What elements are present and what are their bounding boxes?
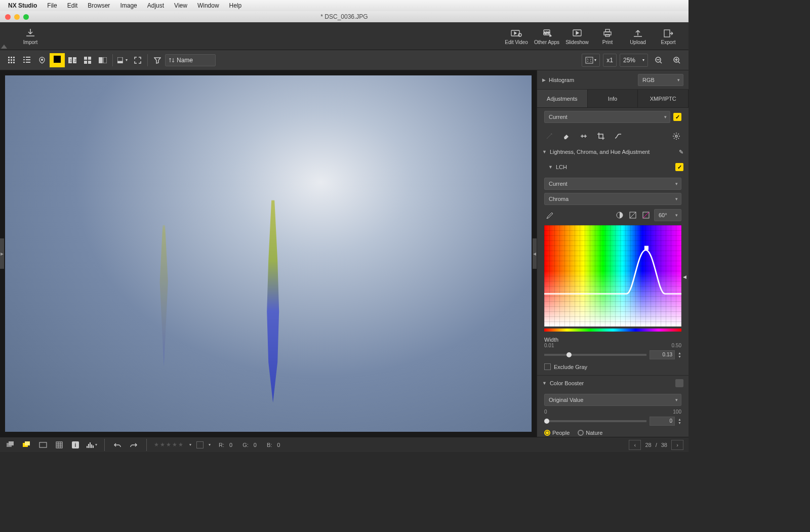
color-curve-editor[interactable]: ◀ xyxy=(544,225,681,332)
zoom-in-button[interactable] xyxy=(669,53,684,67)
color-booster-header[interactable]: ▼ Color Booster ✓ xyxy=(537,376,688,391)
r-label: R: xyxy=(219,442,224,448)
color-booster-preset-select[interactable]: Original Value xyxy=(544,394,681,406)
svg-rect-14 xyxy=(13,59,15,61)
fullscreen-button[interactable] xyxy=(130,53,145,67)
straighten-icon[interactable] xyxy=(579,131,589,141)
right-panel: ▶ Histogram RGB Adjustments Info XMP/IPT… xyxy=(537,70,688,437)
svg-text:2: 2 xyxy=(74,59,76,62)
histogram-header[interactable]: ▶ Histogram RGB xyxy=(537,70,688,90)
histogram-channel-select[interactable]: RGB xyxy=(638,74,683,86)
map-view-button[interactable] xyxy=(34,53,50,67)
actual-size-button[interactable]: x1 xyxy=(603,54,617,67)
svg-rect-19 xyxy=(26,57,30,58)
color-booster-slider[interactable] xyxy=(544,420,646,422)
width-slider[interactable] xyxy=(544,354,646,356)
menu-browser[interactable]: Browser xyxy=(84,2,114,9)
filter-button[interactable] xyxy=(150,53,165,67)
contrast-icon[interactable] xyxy=(615,210,625,220)
stack2-icon[interactable] xyxy=(21,439,32,451)
lch-enabled-checkbox[interactable]: ✓ xyxy=(675,163,683,171)
edit-video-button[interactable]: Edit Video xyxy=(501,22,532,50)
right-panel-toggle[interactable]: ◂ xyxy=(533,238,537,269)
upload-label: Upload xyxy=(630,39,646,45)
wand-tool-icon[interactable] xyxy=(544,131,554,141)
lch-preset-select[interactable]: Current xyxy=(544,178,681,190)
tab-adjustments[interactable]: Adjustments xyxy=(537,90,588,107)
adjustments-enabled-checkbox[interactable]: ✓ xyxy=(673,113,681,121)
exclude-gray-label: Exclude Gray xyxy=(554,364,587,370)
tab-info[interactable]: Info xyxy=(588,90,638,107)
aspect-icon[interactable] xyxy=(37,439,49,451)
svg-point-24 xyxy=(42,59,43,60)
people-radio[interactable]: People xyxy=(544,430,570,436)
menu-image[interactable]: Image xyxy=(116,2,141,9)
minimize-window-button[interactable] xyxy=(14,14,20,20)
other-apps-button[interactable]: APPOther Apps xyxy=(532,22,562,50)
menu-window[interactable]: Window xyxy=(193,2,223,9)
redo-button[interactable] xyxy=(128,439,139,451)
zoom-window-button[interactable] xyxy=(23,14,29,20)
table-icon[interactable] xyxy=(54,439,65,451)
stepper-up[interactable]: ▲ xyxy=(678,418,681,421)
diagonal-icon[interactable] xyxy=(628,210,638,220)
import-button[interactable]: Import xyxy=(15,22,46,50)
rating-dropdown-icon[interactable]: ▾ xyxy=(189,442,191,447)
eraser-icon[interactable] xyxy=(561,131,572,141)
color-booster-value[interactable]: 0 xyxy=(650,417,675,426)
sort-dropdown[interactable]: Name xyxy=(165,54,216,66)
grid-view-button[interactable] xyxy=(4,53,19,67)
compare4-button[interactable] xyxy=(80,53,95,67)
fit-button[interactable]: ▾ xyxy=(582,54,600,67)
settings-icon[interactable] xyxy=(671,131,681,141)
picker-icon[interactable] xyxy=(544,210,554,220)
angle-select[interactable]: 60° xyxy=(654,209,681,221)
print-icon xyxy=(602,27,613,38)
close-window-button[interactable] xyxy=(5,14,11,20)
prev-image-button[interactable]: ‹ xyxy=(629,440,641,450)
color-booster-checkbox[interactable]: ✓ xyxy=(675,379,683,387)
export-button[interactable]: Export xyxy=(653,22,683,50)
tab-xmp-iptc[interactable]: XMP/IPTC xyxy=(638,90,688,107)
zoom-dropdown[interactable]: 25%▾ xyxy=(620,54,648,67)
rating-stars[interactable]: ★★★★★ xyxy=(154,441,184,448)
compare2-button[interactable]: 12 xyxy=(65,53,80,67)
upload-button[interactable]: Upload xyxy=(623,22,653,50)
undo-button[interactable] xyxy=(112,439,123,451)
histogram-icon[interactable]: ▾ xyxy=(86,439,97,451)
print-button[interactable]: Print xyxy=(592,22,623,50)
edit-icon[interactable]: ✎ xyxy=(679,149,683,155)
crop-icon[interactable] xyxy=(596,131,606,141)
menu-view[interactable]: View xyxy=(170,2,191,9)
slideshow-button[interactable]: Slideshow xyxy=(562,22,592,50)
label-color-swatch[interactable] xyxy=(196,441,204,448)
info-badge-icon[interactable]: i xyxy=(70,439,81,451)
lch-channel-select[interactable]: Chroma xyxy=(544,193,681,205)
list-view-button[interactable] xyxy=(19,53,34,67)
layout-dropdown[interactable]: ▾ xyxy=(115,53,130,67)
svg-text:i: i xyxy=(75,442,76,448)
next-image-button[interactable]: › xyxy=(671,440,683,450)
lch-section-header[interactable]: ▼ Lightness, Chroma, and Hue Adjustment … xyxy=(537,144,688,159)
single-view-button[interactable] xyxy=(50,53,65,67)
diagonal-color-icon[interactable] xyxy=(641,210,651,220)
panel-expand-icon[interactable] xyxy=(1,45,7,49)
curve-icon[interactable] xyxy=(613,131,623,141)
menu-file[interactable]: File xyxy=(43,2,61,9)
stack1-icon[interactable] xyxy=(5,439,16,451)
lch-subsection-header[interactable]: ▼ LCH ✓ xyxy=(537,159,688,175)
menu-edit[interactable]: Edit xyxy=(63,2,82,9)
label-dropdown-icon[interactable]: ▾ xyxy=(209,442,211,447)
nature-radio[interactable]: Nature xyxy=(578,430,602,436)
zoom-out-button[interactable] xyxy=(651,53,666,67)
separator xyxy=(147,54,148,66)
image-canvas[interactable] xyxy=(5,75,532,432)
menu-adjust[interactable]: Adjust xyxy=(143,2,168,9)
adjustment-preset-select[interactable]: Current xyxy=(544,111,670,123)
menu-help[interactable]: Help xyxy=(225,2,246,9)
exclude-gray-checkbox[interactable] xyxy=(544,363,551,370)
left-panel-toggle[interactable]: ▸ xyxy=(0,238,4,269)
before-after-button[interactable] xyxy=(95,53,110,67)
stepper-down[interactable]: ▼ xyxy=(678,421,681,425)
index-separator: / xyxy=(656,442,657,448)
